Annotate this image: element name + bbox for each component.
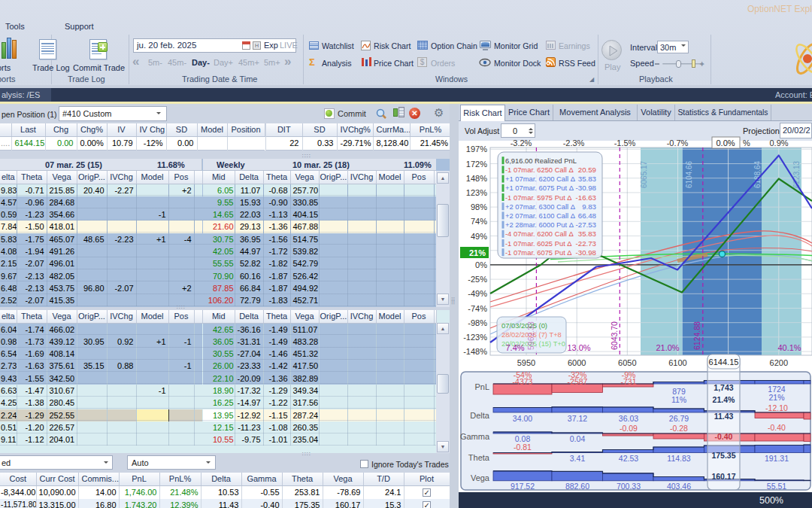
svg-text:6100: 6100	[668, 358, 686, 367]
svg-text:-2.3%: -2.3%	[563, 138, 585, 148]
svg-text:403.46: 403.46	[667, 482, 691, 491]
svg-text:-1 07mar. 6250 Call Δ: -1 07mar. 6250 Call Δ	[505, 166, 574, 174]
svg-text:6144.15: 6144.15	[709, 357, 739, 367]
svg-text:21%: 21%	[768, 393, 784, 402]
svg-text:6200: 6200	[770, 358, 788, 367]
svg-text:-148%: -148%	[463, 347, 487, 356]
svg-text:42.53: 42.53	[619, 454, 638, 463]
svg-text:-30.98: -30.98	[576, 248, 596, 257]
svg-text:-12.10: -12.10	[765, 403, 788, 412]
svg-text:40.1%: 40.1%	[777, 343, 801, 352]
svg-text:5962.33: 5962.33	[526, 321, 535, 350]
svg-text:+2 07mar. 6300 Call Δ: +2 07mar. 6300 Call Δ	[505, 202, 575, 211]
svg-text:35.83: 35.83	[578, 175, 596, 183]
svg-text:21%: 21%	[469, 248, 486, 257]
svg-text:700.33: 700.33	[617, 482, 641, 491]
svg-text:+1 07mar. 6075 Put Δ: +1 07mar. 6075 Put Δ	[505, 184, 574, 192]
svg-text:6124.88: 6124.88	[692, 321, 701, 350]
svg-text:-4 07mar. 6200 Call Δ: -4 07mar. 6200 Call Δ	[505, 230, 574, 238]
svg-text:191.31: 191.31	[765, 454, 789, 463]
svg-text:+1 07mar. 6200 Call Δ: +1 07mar. 6200 Call Δ	[505, 175, 575, 183]
svg-text:13.0%: 13.0%	[567, 343, 590, 352]
svg-text:11%: 11%	[671, 395, 686, 404]
svg-text:%: %	[743, 138, 750, 148]
svg-text:-1.5%: -1.5%	[614, 138, 636, 148]
svg-text:-0.81: -0.81	[514, 443, 532, 452]
svg-text:6188.64: 6188.64	[753, 160, 762, 188]
svg-text:98%: 98%	[471, 202, 487, 211]
svg-text:-731: -731	[620, 377, 636, 386]
svg-text:0.9%: 0.9%	[769, 138, 788, 148]
svg-text:66.48: 66.48	[578, 211, 596, 220]
svg-text:-3.2%: -3.2%	[511, 138, 532, 148]
svg-text:PnL: PnL	[474, 382, 489, 391]
svg-text:-1 07mar. 6025 Put Δ: -1 07mar. 6025 Put Δ	[505, 239, 572, 248]
svg-text:6043.70: 6043.70	[610, 321, 619, 350]
svg-text:9.83: 9.83	[582, 202, 596, 211]
svg-text:74%: 74%	[471, 217, 487, 226]
svg-text:21.0%: 21.0%	[656, 343, 679, 352]
svg-text:Vega: Vega	[471, 473, 490, 482]
svg-text:21.4%: 21.4%	[713, 395, 735, 404]
svg-text:-0.40: -0.40	[715, 432, 733, 441]
svg-text:-1 07mar. 5975 Put Δ: -1 07mar. 5975 Put Δ	[505, 193, 572, 202]
svg-text:35.83: 35.83	[578, 230, 596, 238]
svg-text:7.4%: 7.4%	[505, 343, 524, 352]
svg-text:+2 28mar. 6000 Put Δ: +2 28mar. 6000 Put Δ	[505, 221, 574, 229]
svg-text:-4373: -4373	[513, 377, 533, 386]
svg-text:49%: 49%	[471, 232, 487, 241]
svg-text:-30.98: -30.98	[576, 184, 596, 192]
svg-text:-22.73: -22.73	[576, 239, 596, 248]
svg-text:-0.40: -0.40	[768, 423, 786, 432]
svg-text:55.51: 55.51	[767, 482, 786, 491]
svg-text:-0.28: -0.28	[670, 424, 688, 433]
svg-text:11.43: 11.43	[714, 412, 734, 421]
svg-text:Theta: Theta	[468, 453, 490, 462]
svg-text:0%: 0%	[475, 260, 487, 269]
svg-text:-16.63: -16.63	[576, 193, 596, 202]
svg-text:-2587: -2587	[568, 377, 588, 386]
svg-text:20.59: 20.59	[578, 166, 596, 174]
svg-text:175.35: 175.35	[711, 451, 735, 460]
svg-text:882.60: 882.60	[565, 482, 589, 491]
svg-text:6000: 6000	[568, 358, 586, 367]
svg-text:Delta: Delta	[470, 411, 490, 420]
svg-text:1,743: 1,743	[714, 383, 733, 392]
svg-text:114.83: 114.83	[667, 454, 690, 463]
svg-text:-1 07mar. 6075 Put Δ: -1 07mar. 6075 Put Δ	[505, 248, 572, 257]
svg-text:-49%: -49%	[468, 289, 487, 298]
svg-text:-27.53: -27.53	[576, 221, 596, 229]
svg-text:07/03/2025 (0): 07/03/2025 (0)	[501, 321, 547, 330]
svg-text:6,916.00 Realized PnL: 6,916.00 Realized PnL	[505, 157, 577, 165]
svg-text:-98%: -98%	[468, 318, 487, 327]
svg-text:160.17: 160.17	[711, 472, 735, 481]
svg-text:3.41: 3.41	[570, 454, 586, 463]
svg-text:Gamma: Gamma	[460, 432, 490, 441]
svg-text:6104.66: 6104.66	[685, 160, 693, 188]
svg-text:36.03: 36.03	[619, 414, 638, 423]
svg-text:34.00: 34.00	[513, 414, 532, 423]
svg-text:-123%: -123%	[463, 333, 487, 342]
svg-text:-74%: -74%	[468, 304, 487, 313]
svg-text:-0.09: -0.09	[620, 424, 638, 433]
svg-text:+2 07mar. 6100 Call Δ: +2 07mar. 6100 Call Δ	[505, 211, 575, 220]
svg-text:-0.7%: -0.7%	[667, 138, 689, 148]
svg-text:197%: 197%	[466, 144, 487, 154]
svg-text:6065.17: 6065.17	[640, 160, 648, 188]
svg-text:37.12: 37.12	[568, 414, 587, 423]
svg-text:26.79: 26.79	[669, 414, 689, 423]
svg-text:5950: 5950	[517, 358, 535, 367]
svg-text:0.0%: 0.0%	[716, 138, 735, 148]
svg-text:-25%: -25%	[468, 275, 487, 284]
svg-text:917.52: 917.52	[511, 482, 535, 491]
svg-text:148%: 148%	[466, 174, 487, 183]
svg-text:123%: 123%	[466, 188, 487, 197]
svg-text:6050: 6050	[618, 358, 636, 367]
svg-text:0.04: 0.04	[570, 434, 586, 443]
svg-text:172%: 172%	[466, 160, 487, 169]
